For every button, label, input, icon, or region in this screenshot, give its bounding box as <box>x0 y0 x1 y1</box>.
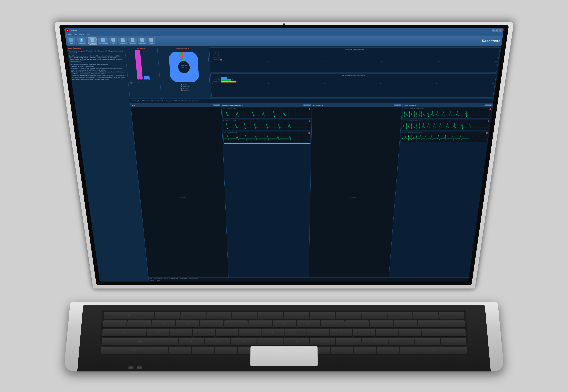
key-period[interactable] <box>354 347 376 354</box>
toolbar-separator-1 <box>75 37 77 45</box>
key-8[interactable]: 8 <box>297 321 320 327</box>
key-equals[interactable] <box>394 321 418 327</box>
full-disclosure-button[interactable]: Full Disclosure <box>97 38 109 44</box>
all-button[interactable]: All <box>109 38 118 44</box>
key-backspace[interactable]: ⌫ <box>418 321 465 327</box>
comments-button[interactable]: 💬 Comments <box>77 38 86 44</box>
key-f4[interactable] <box>232 312 257 319</box>
status-bar: DoB: ECG speed: 25 mm/s Start time: Tue … <box>149 277 469 280</box>
key-a[interactable]: A <box>179 338 204 345</box>
key-f1[interactable] <box>154 312 180 319</box>
key-k[interactable]: K <box>362 338 388 345</box>
svt-ecg-wave-1 <box>403 111 472 118</box>
key-f8[interactable] <box>336 312 361 319</box>
key-d[interactable]: D <box>231 338 257 345</box>
key-f9[interactable] <box>361 312 387 319</box>
patient-bar: Patient ID: Name: <box>149 280 468 282</box>
key-rbracket[interactable] <box>399 329 421 336</box>
key-f2[interactable] <box>180 312 206 319</box>
key-2[interactable]: 2 <box>151 321 175 327</box>
key-3[interactable]: 3 <box>176 321 199 327</box>
key-f7[interactable] <box>310 312 335 319</box>
pie-section: Burden by Beat % <box>157 46 210 98</box>
key-semicolon[interactable] <box>415 338 440 345</box>
key-5[interactable]: 5 <box>224 321 248 327</box>
key-z[interactable]: Z <box>168 347 191 354</box>
key-1[interactable]: 1 <box>127 321 151 327</box>
key-i[interactable]: I <box>307 329 329 336</box>
maximize-button[interactable]: □ <box>495 29 499 32</box>
key-s[interactable]: S <box>205 338 230 345</box>
menu-analysis[interactable]: Analysis <box>66 33 72 35</box>
dashboard-button[interactable]: Dashboard <box>88 37 97 44</box>
key-h[interactable]: H <box>310 338 335 345</box>
svt-strip-marker-1 <box>489 108 491 110</box>
pauses-view-events-btn[interactable]: View Events <box>303 104 311 106</box>
key-quote[interactable] <box>441 338 466 345</box>
key-backtick[interactable] <box>103 321 127 327</box>
correlation-button[interactable]: Correlation <box>138 38 147 44</box>
key-esc[interactable]: esc <box>104 312 154 319</box>
key-comma[interactable] <box>330 347 353 354</box>
ecg-wave-3 <box>224 134 292 141</box>
key-f6[interactable] <box>284 312 309 319</box>
key-f10[interactable] <box>387 312 413 319</box>
key-lshift[interactable]: shift <box>101 347 168 354</box>
event-trend-button[interactable]: Event Trend <box>118 38 128 44</box>
menu-settings[interactable]: Settings <box>79 33 84 35</box>
key-tab[interactable]: tab <box>102 329 147 336</box>
key-e[interactable]: E <box>193 329 215 336</box>
ventricular-dist-chart: Ventricular beat Distribution SVT: 0% V-… <box>209 47 500 72</box>
dist-section: Ventricular beat Distribution SVT: 0% V-… <box>208 46 501 98</box>
key-capslock[interactable]: caps lock <box>102 338 178 345</box>
key-enter[interactable] <box>421 329 466 336</box>
key-4[interactable]: 4 <box>200 321 224 327</box>
key-f[interactable]: F <box>257 338 283 345</box>
minimize-button[interactable]: − <box>492 29 495 32</box>
key-j[interactable]: J <box>336 338 361 345</box>
key-minus[interactable] <box>369 321 393 327</box>
multi-event-button[interactable]: Multi-Event <box>128 38 137 44</box>
back-button[interactable]: ← Back <box>67 38 75 44</box>
close-button[interactable]: × <box>499 29 502 32</box>
key-p[interactable]: P <box>353 329 375 336</box>
key-c[interactable]: C <box>215 347 238 354</box>
key-t[interactable]: T <box>239 329 261 336</box>
key-x[interactable]: X <box>192 347 214 354</box>
key-q[interactable]: Q <box>147 329 169 336</box>
pauses-panel-title: Pauses: 170; Long R-R Intervals: 85 <box>223 104 243 106</box>
menu-view[interactable]: View <box>74 33 77 35</box>
key-rshift[interactable]: shift <box>400 347 467 354</box>
key-9[interactable]: 9 <box>321 321 344 327</box>
key-f12[interactable] <box>439 312 464 319</box>
report-button[interactable]: Report <box>147 38 155 44</box>
pie-chart-title: Burden by Beat % <box>176 47 189 49</box>
touchpad[interactable] <box>250 346 318 366</box>
key-o[interactable]: O <box>330 329 352 336</box>
key-slash[interactable] <box>377 347 400 354</box>
include-report-check[interactable]: ✓ Include results in report <box>129 82 159 84</box>
key-y[interactable]: Y <box>261 329 284 336</box>
vts-view-events-btn[interactable]: View Events <box>394 104 401 106</box>
key-f11[interactable] <box>413 312 439 319</box>
menu-help[interactable]: Help <box>87 33 90 35</box>
af-view-events-btn[interactable]: View Events <box>213 104 220 106</box>
key-l[interactable]: L <box>388 338 414 345</box>
duration: Duration: 214310 <box>180 278 187 279</box>
key-0[interactable]: 0 <box>345 321 369 327</box>
key-u[interactable]: U <box>284 329 306 336</box>
key-w[interactable]: W <box>170 329 192 336</box>
key-lbracket[interactable] <box>376 329 398 336</box>
key-7[interactable]: 7 <box>273 321 296 327</box>
af-bar <box>135 50 143 79</box>
svts-view-events-btn[interactable]: View Events <box>484 104 492 106</box>
analysis-text-3: 170 episodes of Pause detected, longest … <box>70 64 127 80</box>
svt-strip-2-title: SVT on Tue 11, 14:05:54; HR: 118-141; av… <box>403 120 423 121</box>
key-f3[interactable] <box>206 312 231 319</box>
svt-strip-2: SVT on Tue 11, 14:05:54; HR: 118-141; av… <box>401 120 490 130</box>
key-6[interactable]: 6 <box>248 321 272 327</box>
svt-strip-3: SVT on Tue 11, 14:09:03; HR: 113-140; av… <box>400 132 489 142</box>
key-r[interactable]: R <box>216 329 238 336</box>
key-f5[interactable] <box>258 312 283 319</box>
key-g[interactable]: G <box>284 338 309 345</box>
